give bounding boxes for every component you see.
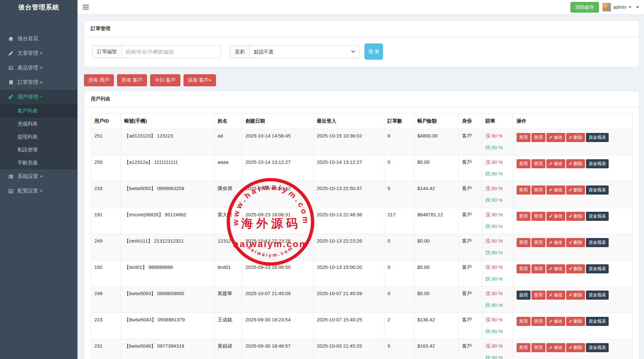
disable-button[interactable]: 禁用 <box>531 291 545 300</box>
sidebar-subitem-withdrawal-list[interactable]: 提現列表 <box>0 130 78 143</box>
odds-up: 漲:90 % <box>485 133 510 139</box>
sidebar-item-system[interactable]: 系統設置 + <box>0 169 78 184</box>
cell-name: ad <box>214 129 242 155</box>
fund-report-button[interactable]: 資金報表 <box>586 264 609 273</box>
pencil-icon <box>569 346 572 349</box>
disable-button[interactable]: 禁用 <box>517 185 531 195</box>
column-header: 帳戶餘額 <box>414 114 459 129</box>
all-users-button[interactable]: 所有 用戶 <box>84 74 114 86</box>
fund-report-button[interactable]: 資金報表 <box>586 343 609 352</box>
pencil-icon <box>549 241 553 244</box>
cell-last-login: 2025-10-07 21:45:09 <box>314 287 384 313</box>
disable-button[interactable]: 禁用 <box>531 317 545 326</box>
fund-report-button[interactable]: 資金報表 <box>586 185 609 195</box>
delete-button[interactable]: 刪除 <box>566 133 585 142</box>
avatar <box>602 3 611 11</box>
sidebar-subitem-manual-recharge[interactable]: 手動充值 <box>0 156 78 169</box>
sidebar-subitem-recharge-list[interactable]: 充值列表 <box>0 117 78 130</box>
table-row: 249 【ceshi111】 21312312321 12312 2025-10… <box>91 234 633 260</box>
delete-button[interactable]: 刪除 <box>566 212 585 221</box>
edit-button[interactable]: 修改 <box>546 343 565 352</box>
all-customers-button[interactable]: 所有 客戶 <box>117 74 147 86</box>
search-input[interactable] <box>122 45 221 58</box>
disable-button[interactable]: 禁用 <box>517 264 531 273</box>
edit-button[interactable]: 修改 <box>546 264 565 273</box>
delete-button[interactable]: 刪除 <box>566 159 585 168</box>
odds-up: 漲:90 % <box>485 264 510 270</box>
fund-report-button[interactable]: 資金報表 <box>586 159 609 168</box>
delete-button[interactable]: 刪除 <box>566 343 585 352</box>
table-row: 192 【test01】 988888888 test01 2025-09-23… <box>91 260 633 287</box>
sidebar-item-config[interactable]: 配置設置 + <box>0 184 78 198</box>
cell-last-login: 2025-10-15 10:36:02 <box>314 129 384 155</box>
sidebar-item-home[interactable]: 後台首頁 <box>0 31 78 46</box>
cell-user-id: 191 <box>91 208 121 234</box>
search-button[interactable]: 搜 索 <box>364 43 383 60</box>
odds-down: 跌:90 % <box>485 276 510 282</box>
sidebar-item-users[interactable]: 用戶管理 − <box>0 90 78 104</box>
delete-button[interactable]: 刪除 <box>566 317 585 326</box>
disable-button[interactable]: 禁用 <box>531 212 545 221</box>
pencil-icon <box>549 188 553 192</box>
edit-button[interactable]: 修改 <box>546 317 565 326</box>
pencil-icon <box>569 136 572 139</box>
column-header: 操作 <box>513 114 633 129</box>
odds-down: 跌:90 % <box>485 223 510 230</box>
cell-odds: 漲:90 % 跌:90 % <box>482 339 513 359</box>
sidebar-item-orders[interactable]: 訂單管理 + <box>0 75 78 90</box>
cell-order-count: 5 <box>384 182 414 208</box>
cell-order-count: 217 <box>384 208 414 234</box>
user-menu[interactable]: admin <box>602 3 632 11</box>
fund-report-button[interactable]: 資金報表 <box>586 133 609 142</box>
delete-button[interactable]: 刪除 <box>566 264 585 273</box>
edit-button[interactable]: 修改 <box>546 291 565 300</box>
sidebar-subitem-customer-list[interactable]: 客戶列表 <box>0 104 78 117</box>
fund-report-button[interactable]: 資金報表 <box>586 291 609 300</box>
disable-button[interactable]: 禁用 <box>531 238 545 247</box>
disable-button[interactable]: 禁用 <box>531 159 545 168</box>
delete-button[interactable]: 刪除 <box>566 291 585 300</box>
profit-select[interactable]: 默認不選 <box>250 45 359 58</box>
pencil-icon <box>549 214 553 218</box>
sidebar-item-articles[interactable]: 文章管理 + <box>0 46 78 61</box>
edit-button[interactable]: 修改 <box>546 212 565 221</box>
sidebar-item-products[interactable]: 產品管理 + <box>0 61 78 75</box>
sidebar-subitem-message-manage[interactable]: 私訊管理 <box>0 143 78 156</box>
cell-balance: $648781.12 <box>414 208 459 234</box>
today-customers-button[interactable]: 今日 客戶 <box>150 74 180 86</box>
cell-role: 客戶 <box>459 339 482 359</box>
disable-button[interactable]: 禁用 <box>531 185 545 195</box>
edit-button[interactable]: 修改 <box>546 159 565 168</box>
user-list-panel: 用戶列表 用戶ID帳號(手機)姓名創建日期最近登入訂單數帳戶餘額身份賠率操作 2… <box>84 91 639 359</box>
caret-down-icon[interactable] <box>636 6 639 8</box>
cell-balance: $0.00 <box>414 234 459 260</box>
disable-button[interactable]: 禁用 <box>531 343 545 352</box>
delete-button[interactable]: 刪除 <box>566 238 585 247</box>
cell-created: 2025-10-14 14:56:45 <box>242 129 314 155</box>
edit-button[interactable]: 修改 <box>546 133 565 142</box>
disable-button[interactable]: 禁用 <box>531 264 545 273</box>
disable-button[interactable]: 禁用 <box>517 133 531 142</box>
fund-report-button[interactable]: 資金報表 <box>586 238 609 247</box>
cell-role: 客戶 <box>459 208 482 234</box>
cell-balance: $0.00 <box>414 287 459 313</box>
disable-button[interactable]: 禁用 <box>517 238 531 247</box>
add-customer-button[interactable]: 添加 客戶+ <box>184 74 216 86</box>
disable-button[interactable]: 禁用 <box>517 159 531 168</box>
edit-button[interactable]: 修改 <box>546 238 565 247</box>
disable-button[interactable]: 禁用 <box>517 343 531 352</box>
disable-button[interactable]: 禁用 <box>517 212 531 221</box>
table-row: 191 【encorej56826】 95124862 葉大明 2025-09-… <box>91 208 633 234</box>
table-row: 231 【bwtw5046】 0977394319 黃鎮緯 2025-09-30… <box>91 339 633 359</box>
fund-report-button[interactable]: 資金報表 <box>586 212 609 221</box>
disable-button[interactable]: 禁用 <box>517 317 531 326</box>
cell-account: 【a12312a】 1111111111 <box>121 155 214 182</box>
edit-button[interactable]: 修改 <box>546 185 565 195</box>
fund-report-button[interactable]: 資金報表 <box>586 317 609 326</box>
enable-button[interactable]: 啟用 <box>517 291 531 300</box>
clear-cache-button[interactable]: 清除緩存 <box>570 2 599 13</box>
delete-button[interactable]: 刪除 <box>566 185 585 195</box>
username: admin <box>614 5 626 10</box>
menu-toggle-button[interactable] <box>78 0 94 15</box>
disable-button[interactable]: 禁用 <box>531 133 545 142</box>
